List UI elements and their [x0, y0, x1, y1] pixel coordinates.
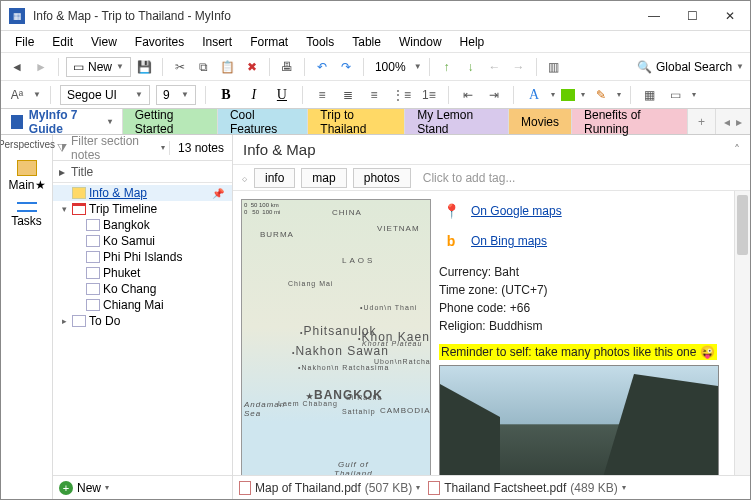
zoom-level[interactable]: 100% — [371, 60, 410, 74]
underline-button[interactable]: U — [271, 85, 293, 105]
tree-node[interactable]: ▾Trip Timeline — [53, 201, 232, 217]
note-editor[interactable]: 0 50 100 km 0 50 100 mi CHINA BURMA VIET… — [233, 191, 734, 475]
tab-scroll-left-icon[interactable]: ◂ — [724, 115, 730, 129]
back-button[interactable]: ◄ — [7, 57, 27, 77]
tree-node[interactable]: Ko Chang — [53, 281, 232, 297]
format-toolbar: Aª ▼ Segoe UI▼ 9▼ B I U ≡ ≣ ≡ ⋮≡ 1≡ ⇤ ⇥ … — [1, 81, 750, 109]
tree-node[interactable]: Phi Phi Islands — [53, 249, 232, 265]
number-list-icon[interactable]: 1≡ — [419, 85, 439, 105]
add-tag-input[interactable]: Click to add tag... — [417, 171, 516, 185]
twisty-icon[interactable]: ▾ — [59, 204, 69, 214]
tab-cool-features[interactable]: Cool Features — [218, 109, 308, 134]
tree-node-label: Phuket — [103, 266, 140, 280]
arrow-left-icon[interactable]: ← — [485, 57, 505, 77]
tab-my-lemon-stand[interactable]: My Lemon Stand — [405, 109, 509, 134]
tab-getting-started[interactable]: Getting Started — [123, 109, 218, 134]
style-icon[interactable]: Aª — [7, 85, 27, 105]
tag-photos[interactable]: photos — [353, 168, 411, 188]
tab-add[interactable]: + — [688, 109, 716, 134]
forward-button[interactable]: ► — [31, 57, 51, 77]
menu-file[interactable]: File — [7, 33, 42, 51]
tree-node-label: Info & Map — [89, 186, 147, 200]
vertical-scrollbar[interactable] — [734, 191, 750, 475]
link-google-maps[interactable]: On Google maps — [471, 204, 562, 218]
tree-node[interactable]: ▸To Do — [53, 313, 232, 329]
paste-icon[interactable]: 📋 — [218, 57, 238, 77]
global-search[interactable]: 🔍 Global Search ▼ — [637, 60, 744, 74]
menu-favorites[interactable]: Favorites — [127, 33, 192, 51]
perspective-tasks[interactable]: Tasks — [9, 202, 45, 228]
window-layout-icon[interactable]: ▥ — [544, 57, 564, 77]
menu-window[interactable]: Window — [391, 33, 450, 51]
tree-node[interactable]: Bangkok — [53, 217, 232, 233]
marker-icon[interactable]: ✎ — [591, 85, 611, 105]
guide-tab[interactable]: MyInfo 7 Guide ▾ — [1, 109, 123, 134]
plus-icon: + — [59, 481, 73, 495]
arrow-down-icon[interactable]: ↓ — [461, 57, 481, 77]
menu-insert[interactable]: Insert — [194, 33, 240, 51]
outdent-icon[interactable]: ⇤ — [458, 85, 478, 105]
copy-icon[interactable]: ⧉ — [194, 57, 214, 77]
menu-table[interactable]: Table — [344, 33, 389, 51]
cut-icon[interactable]: ✂ — [170, 57, 190, 77]
tag-info[interactable]: info — [254, 168, 295, 188]
font-select[interactable]: Segoe UI▼ — [60, 85, 150, 105]
collapse-icon[interactable]: ˄ — [734, 143, 740, 157]
tab-strip: MyInfo 7 Guide ▾ Getting Started Cool Fe… — [1, 109, 750, 135]
minimize-button[interactable]: ― — [642, 9, 666, 23]
tree-node-label: Ko Chang — [103, 282, 156, 296]
menu-format[interactable]: Format — [242, 33, 296, 51]
attachment-item[interactable]: Thailand Factsheet.pdf (489 KB) ▾ — [428, 481, 625, 495]
menu-edit[interactable]: Edit — [44, 33, 81, 51]
undo-icon[interactable]: ↶ — [312, 57, 332, 77]
chevron-down-icon[interactable]: ▼ — [414, 62, 422, 71]
tree-column-header[interactable]: ▸ Title — [53, 161, 232, 183]
window-title: Info & Map - Trip to Thailand - MyInfo — [33, 9, 642, 23]
menu-view[interactable]: View — [83, 33, 125, 51]
tree-new-button[interactable]: + New ▾ — [53, 475, 232, 499]
tab-movies[interactable]: Movies — [509, 109, 572, 134]
tab-benefits-of-running[interactable]: Benefits of Running — [572, 109, 688, 134]
tree-node-label: Ko Samui — [103, 234, 155, 248]
maximize-button[interactable]: ☐ — [680, 9, 704, 23]
font-color-button[interactable]: A — [523, 85, 545, 105]
tree-node[interactable]: Ko Samui — [53, 233, 232, 249]
tree-node[interactable]: Phuket — [53, 265, 232, 281]
bold-button[interactable]: B — [215, 85, 237, 105]
attachment-item[interactable]: Map of Thailand.pdf (507 KB) ▾ — [239, 481, 420, 495]
tree-node-label: Phi Phi Islands — [103, 250, 182, 264]
tab-scroll-right-icon[interactable]: ▸ — [736, 115, 742, 129]
tag-map[interactable]: map — [301, 168, 346, 188]
delete-icon[interactable]: ✖ — [242, 57, 262, 77]
table-icon[interactable]: ▦ — [640, 85, 660, 105]
bullet-list-icon[interactable]: ⋮≡ — [390, 85, 413, 105]
filter-input[interactable]: ⧩ Filter section notes ▾ — [53, 135, 169, 162]
image-icon[interactable]: ▭ — [666, 85, 686, 105]
arrow-right-icon[interactable]: → — [509, 57, 529, 77]
menu-help[interactable]: Help — [452, 33, 493, 51]
print-icon[interactable]: 🖶 — [277, 57, 297, 77]
redo-icon[interactable]: ↷ — [336, 57, 356, 77]
arrow-up-icon[interactable]: ↑ — [437, 57, 457, 77]
tree-node-label: Trip Timeline — [89, 202, 157, 216]
save-icon[interactable]: 💾 — [135, 57, 155, 77]
google-maps-icon: 📍 — [439, 199, 463, 223]
indent-icon[interactable]: ⇥ — [484, 85, 504, 105]
font-size-select[interactable]: 9▼ — [156, 85, 196, 105]
highlight-color-button[interactable] — [561, 89, 575, 101]
tree-node[interactable]: Chiang Mai — [53, 297, 232, 313]
align-center-icon[interactable]: ≣ — [338, 85, 358, 105]
tab-trip-to-thailand[interactable]: Trip to Thailand — [308, 109, 405, 134]
scrollbar-thumb[interactable] — [737, 195, 748, 255]
align-left-icon[interactable]: ≡ — [312, 85, 332, 105]
perspective-main[interactable]: Main★ — [9, 160, 45, 192]
italic-button[interactable]: I — [243, 85, 265, 105]
align-right-icon[interactable]: ≡ — [364, 85, 384, 105]
title-bar: ▦ Info & Map - Trip to Thailand - MyInfo… — [1, 1, 750, 31]
new-button[interactable]: ▭ New ▼ — [66, 57, 131, 77]
twisty-icon[interactable]: ▸ — [59, 316, 69, 326]
close-button[interactable]: ✕ — [718, 9, 742, 23]
link-bing-maps[interactable]: On Bing maps — [471, 234, 547, 248]
tree-node[interactable]: Info & Map📌 — [53, 185, 232, 201]
menu-tools[interactable]: Tools — [298, 33, 342, 51]
